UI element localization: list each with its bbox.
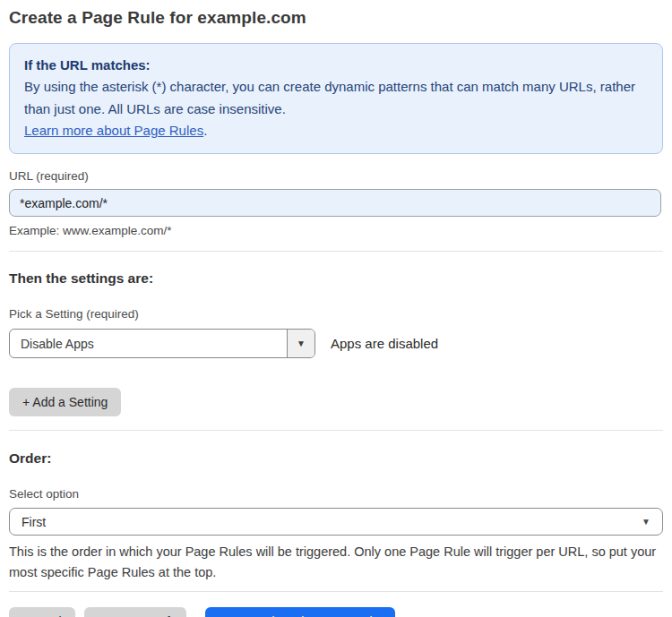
learn-more-link[interactable]: Learn more about Page Rules bbox=[24, 123, 203, 138]
footer-actions: Cancel Save as Draft Save and Deploy Pag… bbox=[9, 607, 663, 617]
setting-status-text: Apps are disabled bbox=[331, 336, 438, 351]
cancel-button[interactable]: Cancel bbox=[9, 607, 75, 617]
section-divider bbox=[9, 430, 663, 431]
section-divider bbox=[9, 251, 663, 252]
settings-section-heading: Then the settings are: bbox=[9, 270, 663, 287]
info-box-link-line: Learn more about Page Rules. bbox=[24, 120, 648, 141]
order-select-label: Select option bbox=[9, 487, 663, 501]
footer-divider bbox=[9, 591, 663, 592]
save-draft-button[interactable]: Save as Draft bbox=[84, 607, 187, 617]
save-deploy-button[interactable]: Save and Deploy Page Rule bbox=[205, 607, 395, 617]
setting-dropdown[interactable]: Disable Apps ▼ bbox=[9, 329, 315, 358]
order-section-heading: Order: bbox=[9, 450, 663, 467]
caret-down-icon: ▼ bbox=[297, 338, 306, 348]
info-box-heading: If the URL matches: bbox=[24, 55, 648, 76]
caret-down-icon: ▼ bbox=[642, 517, 650, 527]
url-match-info-box: If the URL matches: By using the asteris… bbox=[9, 43, 663, 154]
order-select[interactable]: First ▼ bbox=[9, 508, 663, 536]
url-field-label: URL (required) bbox=[9, 169, 663, 183]
order-help-text: This is the order in which your Page Rul… bbox=[9, 542, 663, 583]
setting-dropdown-value: Disable Apps bbox=[10, 330, 287, 357]
url-input[interactable] bbox=[9, 189, 661, 217]
info-box-body: By using the asterisk (*) character, you… bbox=[24, 76, 648, 120]
url-example-text: Example: www.example.com/* bbox=[9, 224, 663, 237]
setting-picker-label: Pick a Setting (required) bbox=[9, 307, 663, 321]
link-period: . bbox=[203, 123, 207, 138]
setting-row: Disable Apps ▼ Apps are disabled bbox=[9, 329, 663, 358]
order-select-value: First bbox=[22, 515, 46, 529]
page-title: Create a Page Rule for example.com bbox=[9, 8, 663, 28]
add-setting-button[interactable]: + Add a Setting bbox=[9, 388, 121, 416]
setting-dropdown-caret-button[interactable]: ▼ bbox=[287, 330, 314, 357]
